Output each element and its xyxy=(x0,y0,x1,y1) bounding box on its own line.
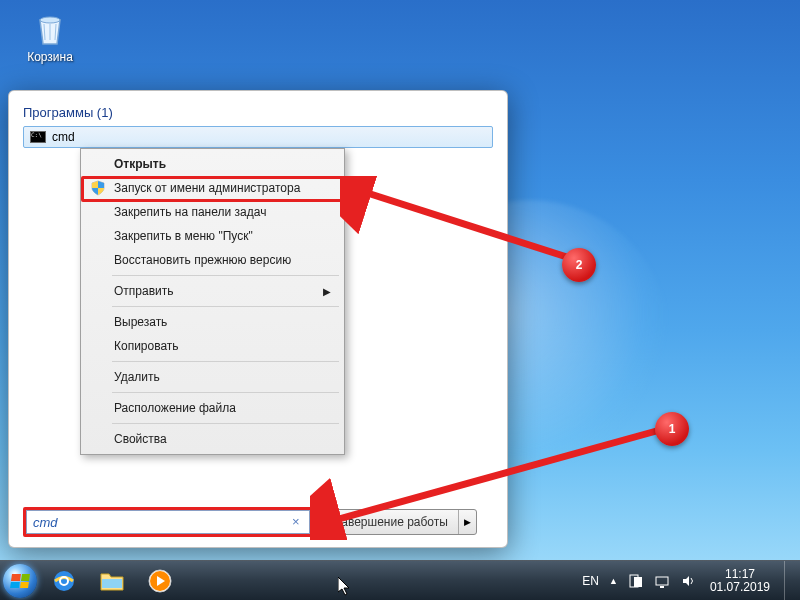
svg-rect-11 xyxy=(634,577,642,587)
language-indicator[interactable]: EN xyxy=(582,574,599,588)
menu-separator xyxy=(112,275,339,276)
annotation-badge-1: 1 xyxy=(655,412,689,446)
menu-pin-start[interactable]: Закрепить в меню "Пуск" xyxy=(84,224,341,248)
system-tray: EN ▲ 11:17 01.07.2019 xyxy=(582,561,800,600)
clock[interactable]: 11:17 01.07.2019 xyxy=(706,568,774,594)
menu-file-location[interactable]: Расположение файла xyxy=(84,396,341,420)
tray-overflow-button[interactable]: ▲ xyxy=(609,576,618,586)
recycle-bin-icon xyxy=(30,8,70,48)
menu-pin-taskbar[interactable]: Закрепить на панели задач xyxy=(84,200,341,224)
show-desktop-button[interactable] xyxy=(784,561,794,601)
network-icon[interactable] xyxy=(654,573,670,589)
shutdown-label: Завершение работы xyxy=(324,515,458,529)
menu-separator xyxy=(112,423,339,424)
svg-rect-7 xyxy=(102,579,122,588)
clear-search-button[interactable]: × xyxy=(292,516,304,528)
menu-separator xyxy=(112,392,339,393)
uac-shield-icon xyxy=(90,180,106,196)
menu-properties[interactable]: Свойства xyxy=(84,427,341,451)
taskbar-ie[interactable] xyxy=(42,565,86,597)
menu-separator xyxy=(112,306,339,307)
menu-separator xyxy=(112,361,339,362)
menu-copy[interactable]: Копировать xyxy=(84,334,341,358)
folder-icon xyxy=(99,570,125,592)
shutdown-options-button[interactable]: ▶ xyxy=(458,510,476,534)
menu-send-to[interactable]: Отправить▶ xyxy=(84,279,341,303)
cmd-icon xyxy=(30,131,46,143)
shutdown-button[interactable]: Завершение работы ▶ xyxy=(323,509,477,535)
taskbar-wmp[interactable] xyxy=(138,565,182,597)
recycle-bin-label: Корзина xyxy=(20,50,80,64)
submenu-arrow-icon: ▶ xyxy=(323,286,331,297)
recycle-bin[interactable]: Корзина xyxy=(20,8,80,64)
search-input[interactable] xyxy=(26,510,310,534)
search-box-highlight: × xyxy=(23,507,313,537)
svg-point-0 xyxy=(40,17,60,23)
media-player-icon xyxy=(147,568,173,594)
search-row: × Завершение работы ▶ xyxy=(23,507,497,537)
ie-icon xyxy=(51,568,77,594)
taskbar-explorer[interactable] xyxy=(90,565,134,597)
action-center-icon[interactable] xyxy=(628,573,644,589)
context-menu: Открыть Запуск от имени администратора З… xyxy=(80,148,345,455)
programs-section-header: Программы (1) xyxy=(23,105,493,120)
menu-run-as-admin[interactable]: Запуск от имени администратора xyxy=(84,176,341,200)
menu-open[interactable]: Открыть xyxy=(84,152,341,176)
taskbar: EN ▲ 11:17 01.07.2019 xyxy=(0,560,800,600)
annotation-badge-2: 2 xyxy=(562,248,596,282)
volume-icon[interactable] xyxy=(680,573,696,589)
menu-cut[interactable]: Вырезать xyxy=(84,310,341,334)
menu-restore-previous[interactable]: Восстановить прежнюю версию xyxy=(84,248,341,272)
menu-delete[interactable]: Удалить xyxy=(84,365,341,389)
clock-time: 11:17 xyxy=(710,568,770,581)
clock-date: 01.07.2019 xyxy=(710,581,770,594)
start-button[interactable] xyxy=(0,561,40,601)
search-result-cmd[interactable]: cmd xyxy=(23,126,493,148)
windows-logo-icon xyxy=(10,574,30,588)
mouse-cursor-icon xyxy=(338,577,352,597)
search-result-label: cmd xyxy=(52,130,75,144)
svg-rect-12 xyxy=(656,577,668,585)
